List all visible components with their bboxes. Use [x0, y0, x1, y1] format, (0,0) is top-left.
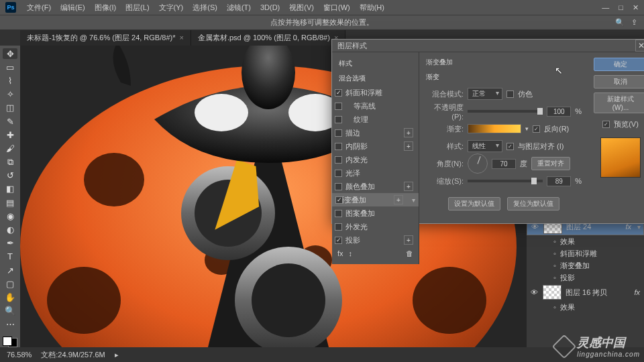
zoom-level[interactable]: 76.58%: [7, 351, 32, 359]
marquee-tool[interactable]: ▭: [3, 62, 17, 72]
minimize-icon[interactable]: —: [602, 3, 609, 12]
dither-checkbox[interactable]: [506, 90, 514, 98]
opacity-value[interactable]: 100: [547, 107, 571, 117]
reverse-checkbox[interactable]: [533, 125, 540, 133]
menu-edit[interactable]: 编辑(E): [56, 1, 89, 14]
style-innerGlow[interactable]: 内发光: [332, 153, 419, 166]
angle-dial[interactable]: [468, 154, 488, 174]
angle-value[interactable]: 70: [492, 159, 516, 169]
dialog-titlebar[interactable]: 图层样式 ✕: [332, 40, 644, 52]
wand-tool[interactable]: ✧: [3, 89, 17, 100]
menu-image[interactable]: 图像(I): [91, 1, 120, 14]
style-checkbox[interactable]: [335, 116, 342, 123]
add-effect-icon[interactable]: +: [394, 195, 403, 204]
gradient-picker[interactable]: [468, 124, 521, 133]
style-stroke[interactable]: 描边+: [332, 126, 419, 139]
style-innerShadow[interactable]: 内阴影+: [332, 139, 419, 153]
fx-shadow[interactable]: ◦投影: [527, 272, 644, 284]
menu-type[interactable]: 文字(Y): [155, 1, 188, 14]
close-icon[interactable]: ✕: [633, 3, 639, 12]
scale-value[interactable]: 89: [547, 176, 571, 186]
color-swatch[interactable]: [3, 337, 17, 347]
style-contour[interactable]: 等高线: [332, 99, 419, 113]
type-tool[interactable]: T: [3, 251, 17, 262]
scale-slider[interactable]: [468, 180, 543, 182]
zoom-tool[interactable]: 🔍: [3, 306, 17, 316]
fx-header[interactable]: ◦效果: [527, 301, 644, 313]
menu-file[interactable]: 文件(F): [23, 1, 55, 14]
style-checkbox[interactable]: [335, 143, 342, 150]
edit-toolbar[interactable]: ⋯: [3, 319, 17, 330]
menu-help[interactable]: 帮助(H): [356, 1, 388, 14]
doc-tab-1[interactable]: 未标题-1恢复的 @ 76.6% (图层 24, RGB/8#)*×: [20, 30, 191, 46]
add-effect-icon[interactable]: +: [404, 141, 413, 151]
cancel-button[interactable]: 取消: [594, 75, 644, 88]
hand-tool[interactable]: ✋: [3, 292, 17, 302]
menu-3d[interactable]: 3D(D): [256, 2, 284, 13]
visibility-icon[interactable]: 👁: [531, 288, 539, 296]
stamp-tool[interactable]: ⧉: [3, 157, 17, 168]
eyedropper-tool[interactable]: ✎: [3, 116, 17, 127]
history-brush-tool[interactable]: ↺: [3, 170, 17, 181]
share-icon[interactable]: ⇪: [631, 18, 637, 27]
search-icon[interactable]: 🔍: [615, 18, 625, 27]
style-texture[interactable]: 纹理: [332, 113, 419, 126]
brush-tool[interactable]: 🖌: [3, 143, 17, 154]
shape-tool[interactable]: ▢: [3, 278, 17, 289]
dodge-tool[interactable]: ◐: [3, 224, 17, 235]
pen-tool[interactable]: ✒: [3, 238, 17, 249]
add-effect-icon[interactable]: +: [404, 182, 413, 191]
style-checkbox[interactable]: [335, 129, 342, 137]
path-tool[interactable]: ↗: [3, 265, 17, 276]
style-checkbox[interactable]: [335, 89, 342, 97]
menu-select[interactable]: 选择(S): [189, 1, 221, 14]
doc-tab-2[interactable]: 金属素材.psd @ 100% (图层 0, RGB/8#)×: [191, 30, 345, 46]
preview-checkbox[interactable]: [602, 121, 610, 128]
style-checkbox[interactable]: [335, 103, 342, 110]
trash-icon[interactable]: 🗑: [406, 249, 413, 257]
eraser-tool[interactable]: ◧: [3, 184, 17, 194]
heal-tool[interactable]: ✚: [3, 129, 17, 140]
add-effect-icon[interactable]: +: [404, 128, 413, 137]
chevron-right-icon[interactable]: ▸: [115, 351, 119, 359]
style-outerGlow[interactable]: 外发光: [332, 220, 419, 233]
style-checkbox[interactable]: [335, 237, 342, 244]
styles-header[interactable]: 样式: [332, 56, 419, 71]
close-tab-icon[interactable]: ×: [179, 34, 183, 42]
menu-view[interactable]: 视图(V): [285, 1, 318, 14]
layer-row-16[interactable]: 👁 图层 16 拷贝 fx: [527, 284, 644, 301]
style-checkbox[interactable]: [335, 196, 343, 204]
menu-window[interactable]: 窗口(W): [319, 1, 354, 14]
fx-badge[interactable]: fx: [634, 288, 640, 296]
style-checkbox[interactable]: [335, 223, 342, 231]
style-patternOverlay[interactable]: 图案叠加: [332, 206, 419, 220]
style-satin[interactable]: 光泽: [332, 166, 419, 180]
style-gradOverlay[interactable]: 渐变叠加+: [332, 193, 419, 206]
style-checkbox[interactable]: [335, 170, 342, 177]
dialog-close-icon[interactable]: ✕: [635, 40, 644, 52]
lasso-tool[interactable]: ⌇: [3, 75, 17, 86]
blur-tool[interactable]: ◉: [3, 210, 17, 221]
crop-tool[interactable]: ◫: [3, 103, 17, 113]
blendmode-select[interactable]: 正常: [468, 88, 502, 100]
arrow-icon[interactable]: ↕: [349, 249, 353, 257]
make-default-button[interactable]: 设置为默认值: [448, 197, 500, 210]
blend-header[interactable]: 混合选项: [332, 71, 419, 86]
style-select[interactable]: 线性: [468, 140, 502, 152]
reset-align-button[interactable]: 重置对齐: [531, 157, 570, 170]
opacity-slider[interactable]: [468, 110, 543, 113]
style-bevel[interactable]: 斜面和浮雕: [332, 86, 419, 99]
style-checkbox[interactable]: [335, 210, 342, 217]
style-checkbox[interactable]: [335, 183, 342, 190]
ok-button[interactable]: 确定: [594, 58, 644, 71]
menu-layer[interactable]: 图层(L): [121, 1, 153, 14]
reset-default-button[interactable]: 复位为默认值: [507, 197, 559, 210]
style-colorOverlay[interactable]: 颜色叠加+: [332, 180, 419, 193]
new-style-button[interactable]: 新建样式(W)...: [594, 93, 644, 113]
align-checkbox[interactable]: [506, 143, 514, 150]
fx-icon[interactable]: fx: [337, 249, 343, 257]
gradient-tool[interactable]: ▤: [3, 197, 17, 208]
move-tool[interactable]: ✥: [3, 48, 17, 59]
menu-filter[interactable]: 滤镜(T): [223, 1, 255, 14]
maximize-icon[interactable]: □: [619, 3, 623, 12]
